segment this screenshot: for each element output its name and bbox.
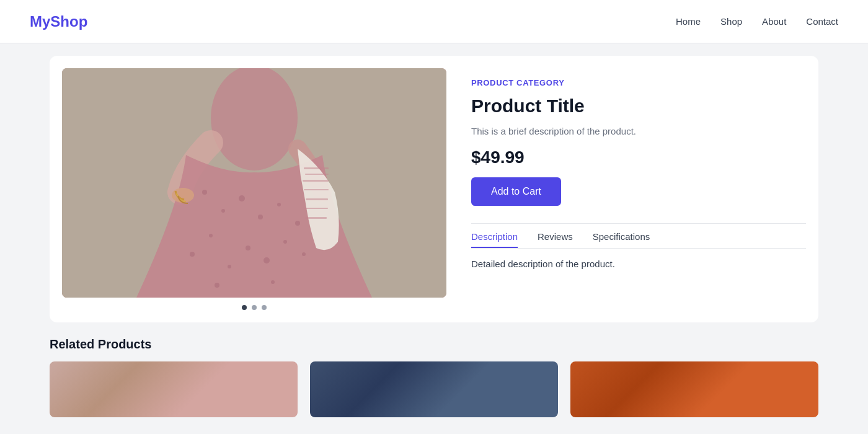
site-header: MyShop Home Shop About Contact (0, 0, 868, 43)
product-info: PRODUCT CATEGORY Product Title This is a… (471, 68, 806, 310)
svg-point-8 (209, 234, 213, 237)
product-category: PRODUCT CATEGORY (471, 78, 806, 87)
tab-description[interactable]: Description (471, 231, 518, 248)
carousel-dots (242, 305, 267, 310)
related-product-3[interactable] (570, 361, 818, 417)
svg-point-4 (239, 195, 245, 202)
product-image-area (62, 68, 446, 310)
svg-point-13 (264, 257, 270, 264)
related-product-1[interactable] (50, 361, 298, 417)
svg-point-12 (228, 265, 231, 268)
nav-about[interactable]: About (762, 16, 786, 27)
svg-point-3 (221, 209, 225, 213)
tab-reviews[interactable]: Reviews (538, 231, 573, 248)
svg-point-1 (211, 68, 298, 170)
svg-point-6 (277, 203, 281, 206)
tabs-nav: Description Reviews Specifications (471, 224, 806, 249)
tab-specifications[interactable]: Specifications (593, 231, 650, 248)
product-card: PRODUCT CATEGORY Product Title This is a… (50, 56, 818, 322)
svg-point-10 (283, 240, 287, 244)
svg-point-2 (202, 190, 207, 195)
related-product-image-2 (310, 361, 558, 417)
svg-rect-18 (305, 174, 329, 175)
svg-point-16 (271, 280, 275, 284)
related-product-2[interactable] (310, 361, 558, 417)
carousel-dot-3[interactable] (262, 305, 267, 310)
nav-shop[interactable]: Shop (720, 16, 742, 27)
carousel-dot-2[interactable] (252, 305, 257, 310)
product-description: This is a brief description of the produ… (471, 126, 806, 136)
site-logo[interactable]: MyShop (30, 13, 87, 30)
product-image-placeholder (62, 68, 446, 298)
main-nav: Home Shop About Contact (676, 16, 838, 27)
related-products-section: Related Products (50, 337, 818, 430)
product-price: $49.99 (471, 148, 806, 167)
related-products-grid (50, 361, 818, 417)
svg-point-7 (295, 221, 300, 226)
svg-point-15 (215, 283, 219, 288)
svg-rect-22 (304, 208, 328, 209)
main-content: PRODUCT CATEGORY Product Title This is a… (25, 43, 843, 434)
related-products-title: Related Products (50, 337, 818, 352)
carousel-dot-1[interactable] (242, 305, 247, 310)
svg-rect-19 (303, 180, 329, 182)
svg-point-11 (190, 252, 195, 257)
product-image-main (62, 68, 446, 298)
tab-content-description: Detailed description of the product. (471, 259, 806, 269)
svg-rect-21 (306, 198, 328, 200)
svg-rect-23 (305, 217, 327, 219)
product-title: Product Title (471, 95, 806, 117)
related-product-image-1 (50, 361, 298, 417)
nav-contact[interactable]: Contact (806, 16, 838, 27)
svg-rect-17 (304, 167, 329, 169)
tabs-area: Description Reviews Specifications Detai… (471, 223, 806, 269)
related-product-image-3 (570, 361, 818, 417)
nav-home[interactable]: Home (676, 16, 701, 27)
svg-point-5 (258, 215, 263, 219)
svg-rect-20 (304, 189, 329, 190)
svg-point-14 (302, 252, 306, 256)
product-image-svg (62, 68, 446, 298)
svg-point-9 (246, 246, 250, 250)
add-to-cart-button[interactable]: Add to Cart (471, 177, 561, 206)
